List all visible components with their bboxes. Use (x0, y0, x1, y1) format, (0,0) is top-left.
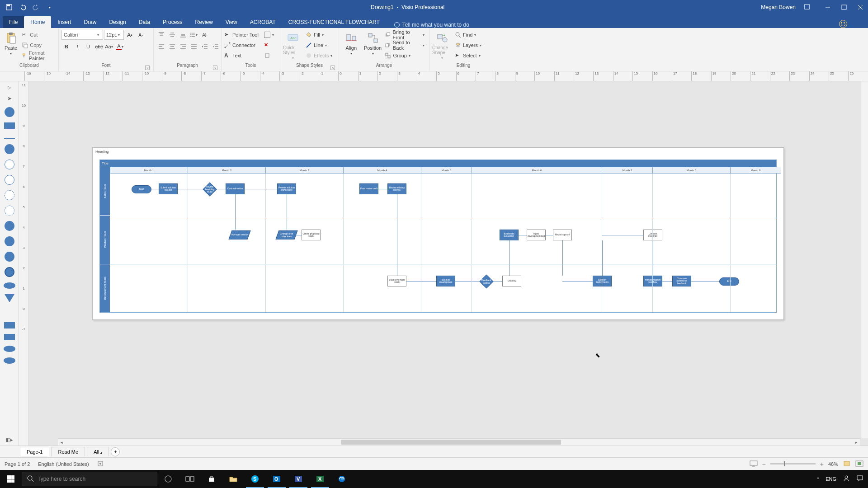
stencil-rect[interactable] (4, 122, 15, 129)
tray-language[interactable]: ENG (826, 476, 836, 482)
account-icon[interactable] (804, 4, 810, 11)
task-view-icon[interactable] (179, 470, 201, 488)
taskbar-outlook-icon[interactable]: O (266, 470, 288, 488)
page-tab-all[interactable]: All ▴ (87, 447, 109, 456)
phase-header[interactable]: Month 5 (421, 167, 472, 174)
phase-header[interactable]: Month 3 (265, 167, 343, 174)
format-painter-button[interactable]: Format Painter (22, 51, 56, 61)
text-direction-button[interactable]: A (200, 30, 210, 40)
bring-front-button[interactable]: Bring to Front▾ (385, 30, 426, 40)
ruler-horizontal[interactable]: -16-15-14-13-12-11-10-9-8-7-6-5-4-3-2-10… (0, 71, 868, 81)
shape-p3[interactable]: Create proposed stack (302, 230, 321, 240)
shape-p5[interactable]: Inject development tool (527, 230, 546, 240)
zoom-percent[interactable]: 46% (828, 461, 838, 467)
shape-p1[interactable]: Kick-over session (228, 230, 250, 239)
stencil-circle-2[interactable] (5, 144, 14, 154)
shape-end[interactable]: End (719, 277, 739, 286)
tab-file[interactable]: File (3, 16, 24, 28)
phase-header[interactable]: Month 4 (343, 167, 421, 174)
shape-d1[interactable]: Scaled the hype stack (387, 276, 406, 286)
shape-d6[interactable]: Handle support workflow (643, 276, 662, 286)
scroll-thumb[interactable] (341, 440, 561, 445)
stencil-circle[interactable] (5, 107, 14, 117)
stencil-rect-3[interactable] (4, 334, 15, 340)
macro-record-icon[interactable] (97, 460, 104, 468)
taskbar-edge-icon[interactable] (331, 470, 353, 488)
find-button[interactable]: Find▾ (455, 30, 483, 40)
shrink-font-button[interactable]: A▾ (136, 30, 146, 40)
decrease-indent-button[interactable] (200, 42, 210, 52)
stencil-dashed-circle[interactable] (5, 190, 14, 200)
action-center-icon[interactable] (856, 475, 863, 483)
line-button[interactable]: Line▾ (306, 40, 334, 50)
shape-styles-dialog-launcher[interactable]: ↘ (330, 66, 335, 70)
tray-overflow-icon[interactable]: ˄ (817, 477, 819, 482)
tab-data[interactable]: Data (132, 16, 156, 28)
send-back-button[interactable]: Send to Back▾ (385, 40, 426, 50)
paste-button[interactable]: Paste▾ (3, 30, 19, 56)
redo-icon[interactable] (33, 4, 40, 11)
canvas[interactable]: Heading Title Sales TeamProduct TeamDeve… (29, 81, 868, 446)
stencil-line[interactable] (4, 138, 15, 139)
align-center-button[interactable] (167, 42, 177, 52)
shape-start[interactable]: Start (132, 185, 151, 193)
stencil-circle-4[interactable] (5, 236, 14, 246)
shape-s4[interactable]: Cost estimation (226, 183, 245, 194)
stencil-circle-3[interactable] (5, 221, 14, 231)
close-icon[interactable] (857, 4, 863, 10)
lane-label[interactable]: Development Team (100, 264, 110, 312)
shape-p4[interactable]: Bottleneck evaluation (500, 230, 519, 240)
font-size-select[interactable]: 12pt.▾ (104, 30, 124, 40)
feedback-smiley-icon[interactable] (839, 20, 847, 28)
undo-icon[interactable] (19, 4, 26, 11)
save-icon[interactable] (5, 4, 13, 11)
layers-button[interactable]: Layers▾ (455, 40, 483, 50)
shape-p6[interactable]: Revisit sign-off (553, 230, 572, 240)
effects-button[interactable]: Effects▾ (306, 51, 334, 61)
cortana-icon[interactable] (157, 470, 179, 488)
tab-acrobat[interactable]: ACROBAT (244, 16, 282, 28)
strike-button[interactable]: abc (94, 42, 104, 52)
shape-s3[interactable]: Review feasibility study (203, 182, 217, 196)
tab-review[interactable]: Review (189, 16, 219, 28)
phase-header[interactable]: Month 7 (602, 167, 652, 174)
connector-tool-button[interactable]: Connector (224, 40, 259, 50)
shape-p2[interactable]: Change area objectives (275, 230, 297, 239)
phase-header[interactable]: Month 8 (652, 167, 730, 174)
stencil-nav-icon[interactable]: ◧▸ (6, 437, 13, 443)
tell-me-search[interactable]: Tell me what you want to do (394, 22, 469, 28)
page-tab-readme[interactable]: Read Me (51, 447, 85, 456)
add-page-button[interactable]: ＋ (111, 447, 120, 456)
phase-header[interactable]: Month 1 (110, 167, 188, 174)
stencil-ring-2[interactable] (5, 175, 14, 185)
phase-header[interactable]: Month 9 (730, 167, 781, 174)
stencil-circle-5[interactable] (5, 252, 14, 262)
scroll-right-icon[interactable]: ▸ (853, 440, 860, 445)
drawing-page[interactable]: Heading Title Sales TeamProduct TeamDeve… (92, 147, 784, 320)
font-dialog-launcher[interactable]: ↘ (145, 66, 150, 70)
stencil-triangle[interactable] (5, 294, 14, 302)
stencil-ellipse-3[interactable] (4, 357, 15, 364)
cut-button[interactable]: ✂Cut (22, 30, 56, 40)
tab-process[interactable]: Process (156, 16, 189, 28)
italic-button[interactable]: I (72, 42, 82, 52)
rectangle-tool-button[interactable]: ▾ (264, 30, 276, 40)
vertical-scrollbar[interactable] (861, 81, 868, 438)
tab-view[interactable]: View (219, 16, 244, 28)
taskbar-visio-icon[interactable]: V (288, 470, 309, 488)
justify-button[interactable] (189, 42, 199, 52)
align-top-button[interactable] (156, 30, 166, 40)
ribbon-close-icon[interactable] (855, 20, 862, 28)
group-button[interactable]: Group▾ (385, 51, 426, 61)
align-middle-button[interactable] (167, 30, 177, 40)
crop-tool-button[interactable] (264, 51, 276, 61)
pointer-tool-button[interactable]: ➤Pointer Tool (224, 30, 259, 40)
user-name[interactable]: Megan Bowen (761, 4, 796, 10)
qat-customize-icon[interactable]: ▾ (46, 4, 53, 11)
stencil-dotted-circle[interactable] (5, 206, 14, 216)
phase-header[interactable]: Month 2 (188, 167, 265, 174)
tab-cff[interactable]: CROSS-FUNCTIONAL FLOWCHART (282, 16, 386, 28)
cff-title[interactable]: Title (100, 160, 776, 167)
shape-p7[interactable]: Conduct meetings (643, 230, 662, 240)
font-name-select[interactable]: Calibri▾ (61, 30, 103, 40)
